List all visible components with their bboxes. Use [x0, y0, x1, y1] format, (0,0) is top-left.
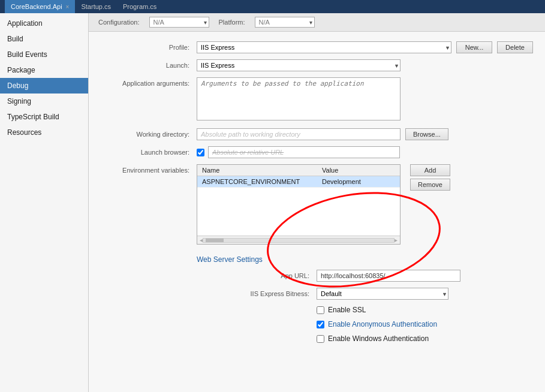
- env-name-header: Name: [197, 165, 317, 176]
- configuration-select-wrap: N/A: [149, 17, 209, 28]
- enable-anon-auth-spacer: [245, 323, 317, 325]
- platform-label: Platform:: [219, 19, 245, 26]
- enable-windows-auth-control: Enable Windows Authentication: [317, 334, 429, 343]
- new-button[interactable]: New...: [456, 41, 492, 53]
- scroll-track[interactable]: [203, 238, 395, 243]
- enable-anon-auth-row: Enable Anonymous Authentication: [245, 320, 533, 328]
- sidebar-item-build[interactable]: Build: [0, 31, 88, 47]
- env-scrollbar[interactable]: ◂ ▸: [197, 236, 400, 244]
- env-table-wrap: Name Value ASPNETCORE_ENVIRONMENT Develo…: [197, 164, 401, 245]
- configuration-select[interactable]: N/A: [149, 17, 209, 28]
- env-table: Name Value ASPNETCORE_ENVIRONMENT Develo…: [197, 165, 400, 188]
- launch-browser-row: Launch browser:: [101, 146, 533, 158]
- env-value-header: Value: [317, 165, 400, 176]
- launch-browser-control: [197, 146, 533, 158]
- app-args-row: Application arguments:: [101, 77, 533, 122]
- app-url-label: App URL:: [245, 270, 317, 279]
- env-buttons: Add Remove: [410, 164, 450, 191]
- remove-button[interactable]: Remove: [410, 179, 450, 191]
- launch-select[interactable]: IIS Express: [197, 59, 401, 71]
- sidebar: Application Build Build Events Package D…: [0, 13, 89, 392]
- working-dir-input[interactable]: [197, 128, 401, 140]
- iis-bitness-select[interactable]: Default: [317, 288, 448, 300]
- sidebar-item-debug[interactable]: Debug: [0, 78, 88, 94]
- iis-bitness-row: IIS Express Bitness: Default ▾: [245, 288, 533, 300]
- profile-control: IIS Express ▾ New... Delete: [197, 41, 533, 53]
- delete-button[interactable]: Delete: [497, 41, 533, 53]
- launch-control: IIS Express ▾: [197, 59, 533, 71]
- enable-ssl-label: Enable SSL: [328, 306, 366, 314]
- profile-select[interactable]: IIS Express: [197, 41, 451, 53]
- iis-bitness-select-wrap: Default ▾: [317, 288, 448, 300]
- platform-select[interactable]: N/A: [255, 17, 315, 28]
- profile-label: Profile:: [101, 41, 197, 51]
- enable-anon-auth-control: Enable Anonymous Authentication: [317, 320, 437, 328]
- env-vars-control: Name Value ASPNETCORE_ENVIRONMENT Develo…: [197, 164, 533, 245]
- enable-windows-auth-label: Enable Windows Authentication: [328, 334, 429, 343]
- launch-browser-label: Launch browser:: [101, 146, 197, 156]
- app-args-label: Application arguments:: [101, 77, 197, 87]
- working-dir-row: Working directory: Browse...: [101, 128, 533, 140]
- tab-program[interactable]: Program.cs: [117, 0, 162, 13]
- iis-bitness-label: IIS Express Bitness:: [245, 288, 317, 297]
- enable-windows-auth-row: Enable Windows Authentication: [245, 334, 533, 343]
- title-bar: CoreBackend.Api × Startup.cs Program.cs: [0, 0, 545, 13]
- launch-row: Launch: IIS Express ▾: [101, 59, 533, 71]
- app-args-textarea[interactable]: [197, 77, 401, 120]
- tab-startup[interactable]: Startup.cs: [75, 0, 117, 13]
- sidebar-item-package[interactable]: Package: [0, 62, 88, 78]
- enable-ssl-control: Enable SSL: [317, 306, 366, 314]
- web-server-section-title: Web Server Settings: [197, 255, 533, 264]
- form-area: Profile: IIS Express ▾ New... Delete: [89, 32, 545, 364]
- env-name-cell: ASPNETCORE_ENVIRONMENT: [197, 176, 317, 188]
- app-args-control: [197, 77, 533, 122]
- env-vars-row: Environment variables: Name Value: [101, 164, 533, 245]
- launch-select-wrap: IIS Express ▾: [197, 59, 401, 71]
- tab-program-label: Program.cs: [123, 3, 156, 10]
- main-layout: Application Build Build Events Package D…: [0, 13, 545, 392]
- app-url-row: App URL:: [245, 270, 533, 282]
- config-bar: Configuration: N/A Platform: N/A: [89, 13, 545, 32]
- tab-corebackend[interactable]: CoreBackend.Api ×: [5, 0, 75, 13]
- working-dir-control: Browse...: [197, 128, 533, 140]
- web-server-title-row: Web Server Settings App URL: IIS Express…: [101, 251, 533, 349]
- working-dir-label: Working directory:: [101, 128, 197, 138]
- scroll-thumb: [206, 239, 224, 242]
- tab-corebackend-label: CoreBackend.Api: [11, 3, 62, 10]
- profile-row: Profile: IIS Express ▾ New... Delete: [101, 41, 533, 53]
- tab-close-icon[interactable]: ×: [66, 4, 70, 10]
- iis-bitness-control: Default ▾: [317, 288, 448, 300]
- enable-windows-auth-checkbox[interactable]: [317, 335, 324, 343]
- add-button[interactable]: Add: [410, 164, 450, 176]
- app-url-input[interactable]: [317, 270, 460, 282]
- enable-windows-auth-spacer: [245, 337, 317, 340]
- web-server-spacer: [101, 251, 197, 253]
- platform-select-wrap: N/A: [255, 17, 315, 28]
- enable-anon-auth-label: Enable Anonymous Authentication: [328, 320, 437, 328]
- launch-label: Launch:: [101, 59, 197, 69]
- tab-startup-label: Startup.cs: [81, 3, 111, 10]
- web-server-title-wrap: Web Server Settings App URL: IIS Express…: [197, 251, 533, 349]
- env-table-row[interactable]: ASPNETCORE_ENVIRONMENT Development: [197, 176, 400, 188]
- browse-button[interactable]: Browse...: [405, 128, 448, 140]
- enable-anon-auth-checkbox[interactable]: [317, 321, 324, 328]
- env-value-cell: Development: [317, 176, 400, 188]
- sidebar-item-typescript-build[interactable]: TypeScript Build: [0, 109, 88, 125]
- launch-browser-checkbox[interactable]: [197, 149, 204, 156]
- enable-ssl-checkbox[interactable]: [317, 306, 324, 314]
- content-area: Configuration: N/A Platform: N/A Profile…: [89, 13, 545, 392]
- app-url-control: [317, 270, 460, 282]
- sidebar-item-build-events[interactable]: Build Events: [0, 47, 88, 62]
- profile-select-wrap: IIS Express ▾: [197, 41, 451, 53]
- sidebar-item-application[interactable]: Application: [0, 16, 88, 31]
- sidebar-item-signing[interactable]: Signing: [0, 94, 88, 109]
- enable-ssl-spacer: [245, 309, 317, 311]
- env-vars-label: Environment variables:: [101, 164, 197, 174]
- enable-ssl-row: Enable SSL: [245, 306, 533, 314]
- launch-browser-url-input[interactable]: [208, 146, 400, 158]
- configuration-label: Configuration:: [98, 19, 140, 26]
- sidebar-item-resources[interactable]: Resources: [0, 125, 88, 140]
